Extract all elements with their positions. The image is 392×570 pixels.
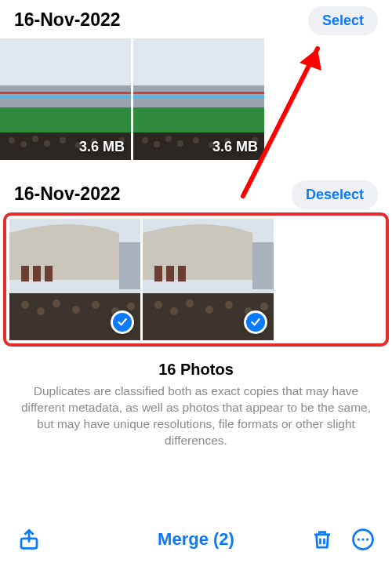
svg-point-6	[9, 137, 15, 143]
svg-point-38	[92, 301, 100, 309]
group-date-2: 16-Nov-2022	[14, 177, 121, 212]
svg-point-22	[154, 141, 160, 147]
group-2-thumbnails	[9, 219, 383, 340]
photo-size-label: 3.6 MB	[212, 139, 258, 155]
photo-count-label: 16 Photos	[16, 361, 376, 379]
svg-rect-42	[33, 266, 41, 281]
photo-thumbnail-selected[interactable]	[143, 219, 274, 340]
merge-button[interactable]: Merge (2)	[153, 528, 239, 550]
svg-point-25	[193, 137, 199, 143]
svg-rect-55	[154, 266, 162, 281]
svg-point-61	[361, 538, 364, 540]
group-date-1: 16-Nov-2022	[14, 3, 121, 38]
svg-rect-41	[21, 266, 29, 281]
selection-check-icon	[111, 310, 134, 334]
svg-point-37	[72, 306, 80, 314]
svg-rect-57	[178, 266, 186, 281]
svg-rect-0	[0, 38, 131, 85]
svg-rect-4	[0, 107, 131, 133]
svg-point-23	[165, 136, 172, 142]
photo-thumbnail-selected[interactable]	[9, 219, 140, 340]
svg-point-34	[21, 301, 29, 309]
group-header-2: 16-Nov-2022 Deselect	[0, 177, 392, 212]
svg-rect-18	[133, 96, 264, 99]
more-icon[interactable]	[351, 528, 375, 551]
photo-thumbnail[interactable]: 3.6 MB	[0, 38, 131, 160]
svg-point-54	[260, 303, 268, 310]
select-button[interactable]: Select	[308, 6, 378, 35]
selected-group-highlight	[3, 212, 389, 347]
group-header-1: 16-Nov-2022 Select	[0, 3, 392, 38]
bottom-toolbar: Merge (2)	[0, 515, 392, 570]
svg-point-50	[186, 300, 194, 307]
summary-section: 16 Photos Duplicates are classified both…	[0, 347, 392, 449]
group-1-thumbnails: 3.6 MB 3.6 MB	[0, 38, 392, 160]
svg-point-8	[32, 136, 38, 142]
trash-icon[interactable]	[310, 528, 334, 551]
svg-rect-2	[0, 92, 131, 94]
svg-rect-56	[166, 266, 174, 281]
svg-point-7	[20, 141, 27, 147]
svg-point-36	[53, 300, 60, 307]
svg-point-49	[170, 307, 178, 315]
svg-point-35	[37, 307, 45, 315]
svg-rect-3	[0, 96, 131, 99]
selection-check-icon	[244, 310, 267, 334]
svg-point-51	[205, 306, 213, 314]
svg-point-21	[142, 137, 148, 143]
photo-size-label: 3.6 MB	[79, 139, 125, 155]
share-icon[interactable]	[17, 528, 41, 551]
photo-thumbnail[interactable]: 3.6 MB	[133, 38, 264, 160]
svg-rect-19	[133, 107, 264, 133]
svg-point-48	[154, 301, 162, 309]
svg-point-52	[225, 301, 233, 309]
svg-point-62	[366, 538, 368, 540]
deselect-button[interactable]: Deselect	[292, 180, 378, 209]
svg-point-60	[358, 538, 360, 540]
duplicate-description: Duplicates are classified both as exact …	[16, 383, 376, 449]
svg-point-24	[177, 140, 183, 147]
svg-rect-17	[133, 92, 264, 94]
svg-point-10	[60, 137, 66, 143]
svg-rect-46	[252, 242, 274, 289]
svg-point-40	[127, 303, 135, 310]
svg-rect-15	[133, 38, 264, 85]
svg-rect-32	[119, 242, 140, 289]
svg-point-9	[44, 140, 50, 147]
svg-rect-43	[45, 266, 53, 281]
